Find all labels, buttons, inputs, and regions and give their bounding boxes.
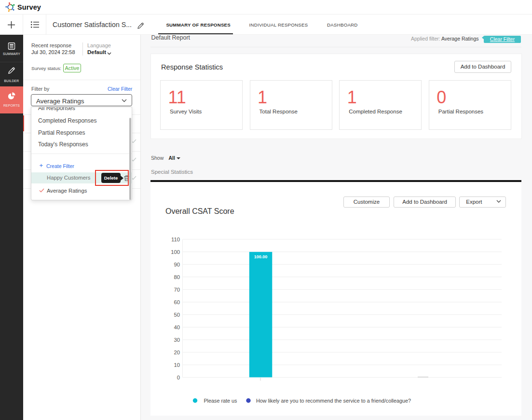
svg-text:How likely are you to recommen: How likely are you to recommend the serv… — [256, 398, 411, 404]
svg-text:80: 80 — [174, 274, 180, 280]
svg-text:100: 100 — [171, 249, 180, 255]
svg-text:30: 30 — [174, 337, 180, 343]
svg-text:0: 0 — [177, 375, 180, 380]
svg-text:50: 50 — [174, 312, 180, 318]
svg-text:10: 10 — [174, 362, 180, 368]
svg-text:40: 40 — [174, 324, 180, 330]
svg-text:20: 20 — [174, 350, 180, 355]
svg-text:110: 110 — [171, 237, 180, 242]
svg-text:Please rate us: Please rate us — [204, 398, 237, 404]
svg-text:60: 60 — [174, 299, 180, 305]
svg-text:90: 90 — [174, 262, 180, 267]
svg-text:100.00: 100.00 — [254, 254, 268, 259]
svg-text:70: 70 — [174, 287, 180, 293]
